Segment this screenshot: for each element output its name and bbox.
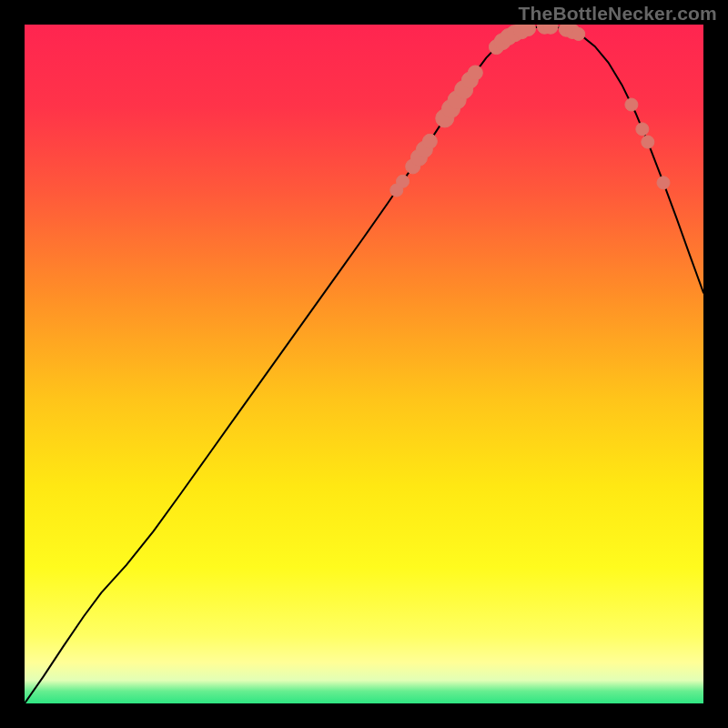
data-marker: [625, 98, 638, 111]
data-marker: [521, 25, 536, 35]
plot-area: [25, 25, 703, 703]
curve-layer: [25, 25, 703, 703]
data-marker: [397, 175, 410, 187]
data-marker: [657, 177, 670, 189]
bottleneck-curve: [25, 26, 703, 703]
data-marker: [422, 134, 437, 148]
data-marker: [636, 123, 649, 136]
marker-group: [390, 25, 670, 197]
data-marker: [572, 27, 585, 40]
attribution-text: TheBottleNecker.com: [518, 3, 717, 25]
data-marker: [468, 66, 482, 80]
chart-frame: TheBottleNecker.com: [0, 0, 728, 728]
data-marker: [642, 136, 654, 148]
